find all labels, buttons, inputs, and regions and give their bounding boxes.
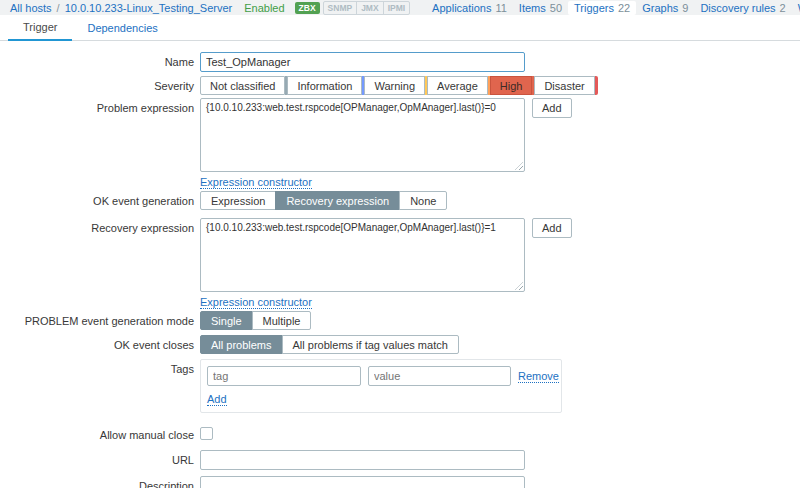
severity-option-average[interactable]: Average (427, 76, 488, 95)
jmx-interface-badge: JMX (356, 2, 382, 14)
name-row: Name (0, 52, 800, 72)
severity-option-label: Average (437, 80, 478, 92)
applications-link[interactable]: Applications (432, 2, 491, 14)
applications-count: 11 (495, 2, 506, 14)
triggers-count: 22 (618, 2, 630, 14)
ok-event-closes-control: All problems All problems if tag values … (200, 335, 459, 354)
recovery-expression-constructor-link[interactable]: Expression constructor (200, 296, 312, 309)
allow-manual-close-checkbox[interactable] (200, 427, 213, 440)
tags-row: Tags Remove Add (0, 359, 800, 413)
name-label: Name (0, 52, 200, 72)
tab-trigger[interactable]: Trigger (8, 15, 72, 41)
severity-option-label: Not classified (210, 80, 275, 92)
problem-event-generation-mode-label: PROBLEM event generation mode (0, 311, 200, 330)
tab-bar: Trigger Dependencies (0, 15, 800, 41)
severity-option-information[interactable]: Information (287, 76, 362, 95)
problem-expression-row: Problem expression {10.0.10.233:web.test… (0, 98, 800, 188)
ok-event-generation-none-button[interactable]: None (399, 191, 447, 210)
graphs-link[interactable]: Graphs (642, 2, 678, 14)
problem-event-generation-mode-control: Single Multiple (200, 311, 311, 330)
zabbix-trigger-config-screen: All hosts / 10.0.10.233-Linux_Testing_Se… (0, 0, 800, 488)
severity-option-label: High (500, 80, 523, 92)
severity-option-warning[interactable]: Warning (364, 76, 425, 95)
breadcrumb-separator: / (57, 2, 60, 14)
items-count: 50 (550, 2, 562, 14)
severity-option-label: Disaster (544, 80, 584, 92)
nav-items[interactable]: Items 50 (513, 1, 568, 15)
description-row: Description (0, 476, 800, 488)
nav-web-scenarios[interactable]: Web scenarios 1 (792, 1, 800, 15)
tags-label: Tags (0, 359, 200, 413)
discovery-rules-count: 2 (780, 2, 786, 14)
interface-badge-group: SNMP JMX IPMI (323, 1, 411, 15)
severity-option-label: Warning (374, 80, 415, 92)
tag-entry-row: Remove (207, 366, 555, 386)
allow-manual-close-row: Allow manual close (0, 425, 800, 442)
recovery-expression-add-button[interactable]: Add (532, 218, 572, 238)
all-hosts-link[interactable]: All hosts (10, 2, 52, 14)
tab-dependencies[interactable]: Dependencies (72, 15, 172, 40)
severity-row: Severity Not classified Information Warn… (0, 76, 800, 95)
problem-event-mode-single-button[interactable]: Single (200, 311, 253, 330)
severity-stripe-disaster (595, 76, 598, 95)
severity-control: Not classified Information Warning Avera… (200, 76, 598, 95)
host-entity-links: Applications 11 Items 50 Triggers 22 Gra… (426, 1, 800, 15)
ok-event-closes-row: OK event closes All problems All problem… (0, 335, 800, 354)
description-label: Description (0, 476, 200, 488)
recovery-expression-label: Recovery expression (0, 218, 200, 308)
nav-applications[interactable]: Applications 11 (426, 1, 513, 15)
nav-triggers[interactable]: Triggers 22 (568, 1, 636, 15)
trigger-form: Name Severity Not classified Information… (0, 41, 800, 488)
ok-event-generation-label: OK event generation (0, 191, 200, 210)
url-row: URL (0, 450, 800, 470)
tags-panel: Remove Add (200, 359, 562, 413)
ok-event-generation-expression-button[interactable]: Expression (200, 191, 276, 210)
host-status-enabled: Enabled (244, 2, 284, 14)
tag-name-input[interactable] (207, 366, 361, 386)
discovery-rules-link[interactable]: Discovery rules (700, 2, 775, 14)
severity-option-label: Information (297, 80, 352, 92)
recovery-expression-textarea[interactable]: {10.0.10.233:web.test.rspcode[OPManager,… (200, 218, 525, 292)
ok-event-closes-all-problems-button[interactable]: All problems (200, 335, 283, 354)
problem-event-mode-multiple-button[interactable]: Multiple (252, 311, 312, 330)
tag-add-link[interactable]: Add (207, 393, 227, 406)
triggers-link[interactable]: Triggers (574, 2, 614, 14)
ipmi-interface-badge: IPMI (383, 2, 409, 14)
ok-event-generation-recovery-expression-button[interactable]: Recovery expression (275, 191, 400, 210)
host-nav-bar: All hosts / 10.0.10.233-Linux_Testing_Se… (0, 0, 800, 15)
graphs-count: 9 (682, 2, 688, 14)
problem-expression-add-button[interactable]: Add (532, 98, 572, 118)
problem-expression-constructor-link[interactable]: Expression constructor (200, 176, 312, 189)
problem-expression-textarea[interactable]: {10.0.10.233:web.test.rspcode[OPManager,… (200, 98, 525, 172)
allow-manual-close-label: Allow manual close (0, 425, 200, 442)
ok-event-closes-label: OK event closes (0, 335, 200, 354)
problem-event-generation-mode-row: PROBLEM event generation mode Single Mul… (0, 311, 800, 330)
nav-discovery-rules[interactable]: Discovery rules 2 (694, 1, 791, 15)
recovery-expression-row: Recovery expression {10.0.10.233:web.tes… (0, 218, 800, 308)
severity-option-not-classified[interactable]: Not classified (200, 76, 285, 95)
description-textarea[interactable] (200, 476, 525, 488)
ok-event-generation-row: OK event generation Expression Recovery … (0, 191, 800, 210)
name-input[interactable] (200, 52, 525, 72)
ok-event-generation-control: Expression Recovery expression None (200, 191, 447, 210)
items-link[interactable]: Items (519, 2, 546, 14)
nav-graphs[interactable]: Graphs 9 (636, 1, 694, 15)
tag-remove-link[interactable]: Remove (518, 370, 559, 383)
problem-expression-label: Problem expression (0, 98, 200, 188)
tag-value-input[interactable] (368, 366, 511, 386)
url-label: URL (0, 450, 200, 470)
host-name-link[interactable]: 10.0.10.233-Linux_Testing_Server (65, 2, 233, 14)
zbx-interface-badge: ZBX (295, 2, 320, 14)
severity-option-high[interactable]: High (490, 76, 533, 95)
url-input[interactable] (200, 450, 525, 470)
severity-label: Severity (0, 76, 200, 95)
ok-event-closes-tag-match-button[interactable]: All problems if tag values match (282, 335, 459, 354)
severity-option-disaster[interactable]: Disaster (534, 76, 594, 95)
snmp-interface-badge: SNMP (324, 2, 357, 14)
